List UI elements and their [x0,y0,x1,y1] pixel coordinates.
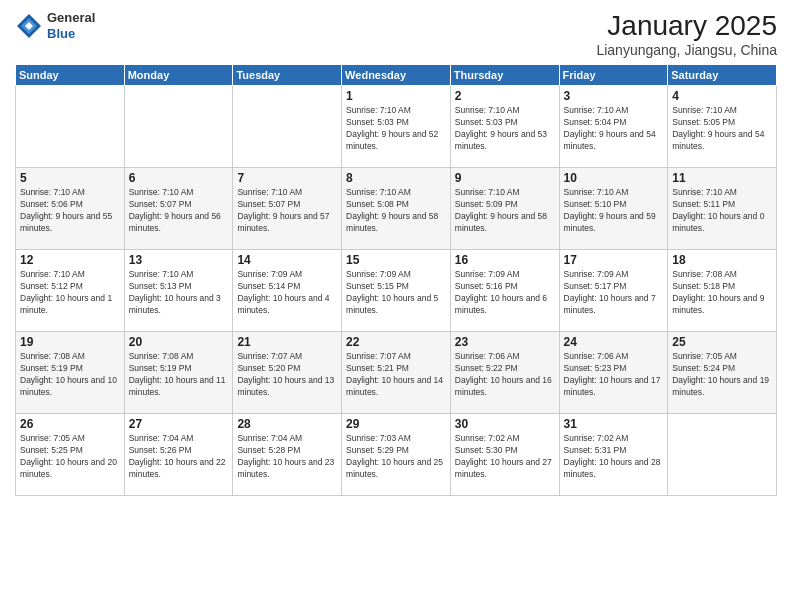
calendar-cell: 6Sunrise: 7:10 AM Sunset: 5:07 PM Daylig… [124,168,233,250]
calendar-cell: 8Sunrise: 7:10 AM Sunset: 5:08 PM Daylig… [342,168,451,250]
location-subtitle: Lianyungang, Jiangsu, China [596,42,777,58]
day-number: 15 [346,253,446,267]
day-number: 26 [20,417,120,431]
day-info: Sunrise: 7:09 AM Sunset: 5:16 PM Dayligh… [455,269,555,317]
day-number: 20 [129,335,229,349]
day-number: 6 [129,171,229,185]
calendar-cell: 27Sunrise: 7:04 AM Sunset: 5:26 PM Dayli… [124,414,233,496]
calendar-cell: 7Sunrise: 7:10 AM Sunset: 5:07 PM Daylig… [233,168,342,250]
calendar-cell: 18Sunrise: 7:08 AM Sunset: 5:18 PM Dayli… [668,250,777,332]
day-info: Sunrise: 7:06 AM Sunset: 5:22 PM Dayligh… [455,351,555,399]
calendar-cell: 15Sunrise: 7:09 AM Sunset: 5:15 PM Dayli… [342,250,451,332]
calendar-cell: 24Sunrise: 7:06 AM Sunset: 5:23 PM Dayli… [559,332,668,414]
day-info: Sunrise: 7:10 AM Sunset: 5:10 PM Dayligh… [564,187,664,235]
day-number: 19 [20,335,120,349]
day-number: 21 [237,335,337,349]
calendar-cell: 21Sunrise: 7:07 AM Sunset: 5:20 PM Dayli… [233,332,342,414]
col-saturday: Saturday [668,65,777,86]
logo-general-text: General [47,10,95,25]
day-info: Sunrise: 7:10 AM Sunset: 5:06 PM Dayligh… [20,187,120,235]
header: General Blue January 2025 Lianyungang, J… [15,10,777,58]
day-info: Sunrise: 7:05 AM Sunset: 5:25 PM Dayligh… [20,433,120,481]
calendar-cell: 14Sunrise: 7:09 AM Sunset: 5:14 PM Dayli… [233,250,342,332]
day-number: 8 [346,171,446,185]
day-number: 4 [672,89,772,103]
calendar-cell: 4Sunrise: 7:10 AM Sunset: 5:05 PM Daylig… [668,86,777,168]
day-info: Sunrise: 7:02 AM Sunset: 5:31 PM Dayligh… [564,433,664,481]
calendar-week-2: 12Sunrise: 7:10 AM Sunset: 5:12 PM Dayli… [16,250,777,332]
day-number: 7 [237,171,337,185]
day-info: Sunrise: 7:10 AM Sunset: 5:03 PM Dayligh… [346,105,446,153]
day-info: Sunrise: 7:10 AM Sunset: 5:08 PM Dayligh… [346,187,446,235]
day-info: Sunrise: 7:08 AM Sunset: 5:19 PM Dayligh… [20,351,120,399]
col-thursday: Thursday [450,65,559,86]
day-number: 28 [237,417,337,431]
day-number: 23 [455,335,555,349]
calendar-week-3: 19Sunrise: 7:08 AM Sunset: 5:19 PM Dayli… [16,332,777,414]
day-info: Sunrise: 7:10 AM Sunset: 5:07 PM Dayligh… [237,187,337,235]
calendar-cell: 26Sunrise: 7:05 AM Sunset: 5:25 PM Dayli… [16,414,125,496]
calendar-cell: 13Sunrise: 7:10 AM Sunset: 5:13 PM Dayli… [124,250,233,332]
day-number: 30 [455,417,555,431]
day-info: Sunrise: 7:08 AM Sunset: 5:19 PM Dayligh… [129,351,229,399]
calendar-cell [233,86,342,168]
day-number: 5 [20,171,120,185]
logo: General Blue [15,10,95,41]
day-number: 11 [672,171,772,185]
col-monday: Monday [124,65,233,86]
calendar-header-row: Sunday Monday Tuesday Wednesday Thursday… [16,65,777,86]
day-info: Sunrise: 7:10 AM Sunset: 5:12 PM Dayligh… [20,269,120,317]
day-info: Sunrise: 7:06 AM Sunset: 5:23 PM Dayligh… [564,351,664,399]
logo-blue-text: Blue [47,26,75,41]
calendar-cell: 28Sunrise: 7:04 AM Sunset: 5:28 PM Dayli… [233,414,342,496]
calendar-cell: 23Sunrise: 7:06 AM Sunset: 5:22 PM Dayli… [450,332,559,414]
day-number: 17 [564,253,664,267]
day-number: 25 [672,335,772,349]
calendar-cell: 22Sunrise: 7:07 AM Sunset: 5:21 PM Dayli… [342,332,451,414]
day-number: 16 [455,253,555,267]
day-number: 22 [346,335,446,349]
calendar-cell: 31Sunrise: 7:02 AM Sunset: 5:31 PM Dayli… [559,414,668,496]
day-info: Sunrise: 7:10 AM Sunset: 5:13 PM Dayligh… [129,269,229,317]
day-info: Sunrise: 7:09 AM Sunset: 5:14 PM Dayligh… [237,269,337,317]
day-info: Sunrise: 7:09 AM Sunset: 5:17 PM Dayligh… [564,269,664,317]
calendar-week-0: 1Sunrise: 7:10 AM Sunset: 5:03 PM Daylig… [16,86,777,168]
day-number: 2 [455,89,555,103]
day-number: 14 [237,253,337,267]
calendar-cell: 17Sunrise: 7:09 AM Sunset: 5:17 PM Dayli… [559,250,668,332]
day-number: 18 [672,253,772,267]
day-info: Sunrise: 7:10 AM Sunset: 5:03 PM Dayligh… [455,105,555,153]
calendar-cell [16,86,125,168]
day-number: 31 [564,417,664,431]
day-info: Sunrise: 7:10 AM Sunset: 5:05 PM Dayligh… [672,105,772,153]
day-info: Sunrise: 7:10 AM Sunset: 5:09 PM Dayligh… [455,187,555,235]
calendar-cell: 16Sunrise: 7:09 AM Sunset: 5:16 PM Dayli… [450,250,559,332]
calendar-cell [124,86,233,168]
day-info: Sunrise: 7:07 AM Sunset: 5:20 PM Dayligh… [237,351,337,399]
page: General Blue January 2025 Lianyungang, J… [0,0,792,612]
day-info: Sunrise: 7:02 AM Sunset: 5:30 PM Dayligh… [455,433,555,481]
title-block: January 2025 Lianyungang, Jiangsu, China [596,10,777,58]
calendar-cell: 25Sunrise: 7:05 AM Sunset: 5:24 PM Dayli… [668,332,777,414]
day-number: 13 [129,253,229,267]
month-title: January 2025 [596,10,777,42]
day-info: Sunrise: 7:10 AM Sunset: 5:07 PM Dayligh… [129,187,229,235]
calendar-cell: 2Sunrise: 7:10 AM Sunset: 5:03 PM Daylig… [450,86,559,168]
calendar-cell: 29Sunrise: 7:03 AM Sunset: 5:29 PM Dayli… [342,414,451,496]
day-number: 24 [564,335,664,349]
calendar-cell: 5Sunrise: 7:10 AM Sunset: 5:06 PM Daylig… [16,168,125,250]
day-info: Sunrise: 7:10 AM Sunset: 5:11 PM Dayligh… [672,187,772,235]
day-info: Sunrise: 7:07 AM Sunset: 5:21 PM Dayligh… [346,351,446,399]
logo-icon [15,12,43,40]
day-info: Sunrise: 7:08 AM Sunset: 5:18 PM Dayligh… [672,269,772,317]
col-wednesday: Wednesday [342,65,451,86]
calendar-week-4: 26Sunrise: 7:05 AM Sunset: 5:25 PM Dayli… [16,414,777,496]
day-number: 29 [346,417,446,431]
calendar-week-1: 5Sunrise: 7:10 AM Sunset: 5:06 PM Daylig… [16,168,777,250]
col-tuesday: Tuesday [233,65,342,86]
day-number: 3 [564,89,664,103]
calendar-cell: 1Sunrise: 7:10 AM Sunset: 5:03 PM Daylig… [342,86,451,168]
calendar-cell: 11Sunrise: 7:10 AM Sunset: 5:11 PM Dayli… [668,168,777,250]
day-number: 12 [20,253,120,267]
calendar-cell: 9Sunrise: 7:10 AM Sunset: 5:09 PM Daylig… [450,168,559,250]
